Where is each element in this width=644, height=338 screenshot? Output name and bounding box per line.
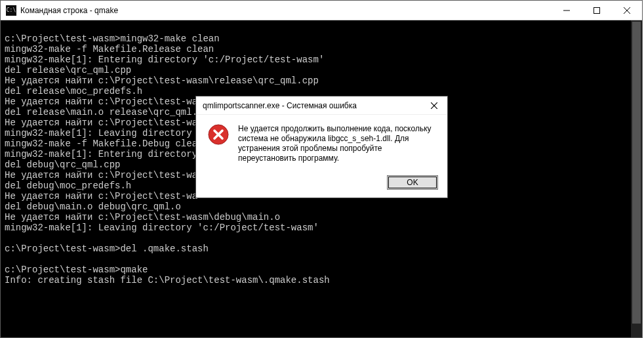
scrollbar-thumb[interactable] xyxy=(632,22,641,324)
scrollbar[interactable] xyxy=(631,20,642,337)
error-icon xyxy=(208,124,229,145)
svg-rect-1 xyxy=(594,7,600,13)
dialog-titlebar[interactable]: qmlimportscanner.exe - Системная ошибка xyxy=(196,96,447,115)
dialog-close-button[interactable] xyxy=(421,96,447,114)
dialog-title: qmlimportscanner.exe - Системная ошибка xyxy=(196,101,421,110)
minimize-button[interactable] xyxy=(552,1,582,20)
titlebar[interactable]: C:\ Командная строка - qmake xyxy=(1,1,642,20)
close-button[interactable] xyxy=(612,1,642,20)
maximize-button[interactable] xyxy=(582,1,612,20)
ok-button[interactable]: OK xyxy=(387,175,438,190)
cmd-icon: C:\ xyxy=(6,5,16,16)
window-title: Командная строка - qmake xyxy=(20,6,552,15)
dialog-message: Не удается продолжить выполнение кода, п… xyxy=(238,124,435,163)
error-dialog: qmlimportscanner.exe - Системная ошибка … xyxy=(195,96,448,198)
